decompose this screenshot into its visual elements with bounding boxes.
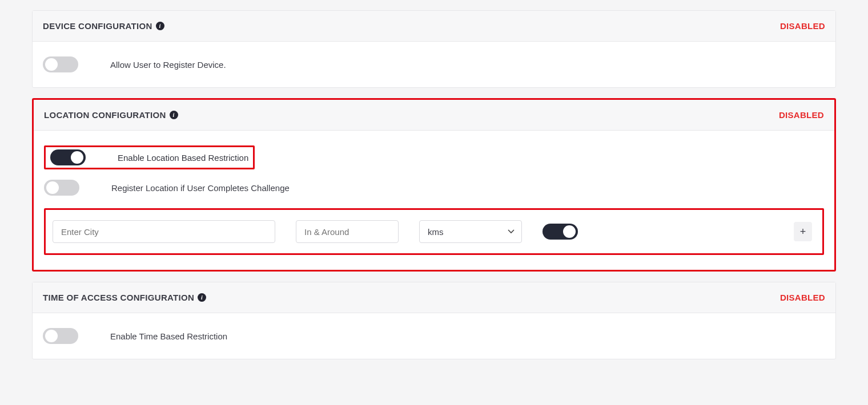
location-inputs-highlight: kms + xyxy=(44,208,824,255)
time-config-body: Enable Time Based Restriction xyxy=(33,313,835,359)
chevron-down-icon xyxy=(508,229,515,234)
device-config-title-text: DEVICE CONFIGURATION xyxy=(43,21,152,31)
enable-location-label: Enable Location Based Restriction xyxy=(118,153,248,163)
time-status-badge: DISABLED xyxy=(780,293,825,302)
info-icon[interactable]: i xyxy=(156,22,164,30)
location-config-title-text: LOCATION CONFIGURATION xyxy=(44,110,166,120)
plus-icon: + xyxy=(800,226,806,238)
city-input[interactable] xyxy=(53,220,275,243)
device-config-body: Allow User to Register Device. xyxy=(33,42,835,87)
device-config-card: DEVICE CONFIGURATION i DISABLED Allow Us… xyxy=(32,10,836,88)
register-location-label: Register Location if User Completes Chal… xyxy=(111,183,290,193)
unit-select-value: kms xyxy=(428,227,444,237)
around-input[interactable] xyxy=(296,220,399,243)
info-icon[interactable]: i xyxy=(198,293,206,302)
allow-register-label: Allow User to Register Device. xyxy=(110,60,226,70)
location-config-header: LOCATION CONFIGURATION i DISABLED xyxy=(34,100,834,131)
device-status-badge: DISABLED xyxy=(780,21,825,31)
location-entry-toggle[interactable] xyxy=(542,224,578,240)
unit-select[interactable]: kms xyxy=(419,220,522,243)
register-location-row: Register Location if User Completes Chal… xyxy=(44,180,824,196)
location-config-title: LOCATION CONFIGURATION i xyxy=(44,110,178,120)
device-config-header: DEVICE CONFIGURATION i DISABLED xyxy=(33,11,835,42)
enable-time-label: Enable Time Based Restriction xyxy=(110,331,227,341)
enable-location-highlight: Enable Location Based Restriction xyxy=(44,145,255,169)
enable-time-toggle[interactable] xyxy=(43,328,78,344)
device-config-title: DEVICE CONFIGURATION i xyxy=(43,21,164,31)
time-config-title-text: TIME OF ACCESS CONFIGURATION xyxy=(43,293,194,302)
time-config-card: TIME OF ACCESS CONFIGURATION i DISABLED … xyxy=(32,282,836,359)
location-config-card: LOCATION CONFIGURATION i DISABLED Enable… xyxy=(32,98,836,272)
allow-register-toggle[interactable] xyxy=(43,56,78,72)
add-location-button[interactable]: + xyxy=(794,222,812,241)
time-config-title: TIME OF ACCESS CONFIGURATION i xyxy=(43,293,206,302)
enable-location-toggle[interactable] xyxy=(50,149,86,165)
location-status-badge: DISABLED xyxy=(779,110,824,120)
register-location-toggle[interactable] xyxy=(44,180,79,196)
time-config-header: TIME OF ACCESS CONFIGURATION i DISABLED xyxy=(33,282,835,313)
enable-time-row: Enable Time Based Restriction xyxy=(43,328,825,344)
location-config-body: Enable Location Based Restriction Regist… xyxy=(34,131,834,270)
info-icon[interactable]: i xyxy=(170,111,178,119)
allow-register-row: Allow User to Register Device. xyxy=(43,56,825,72)
